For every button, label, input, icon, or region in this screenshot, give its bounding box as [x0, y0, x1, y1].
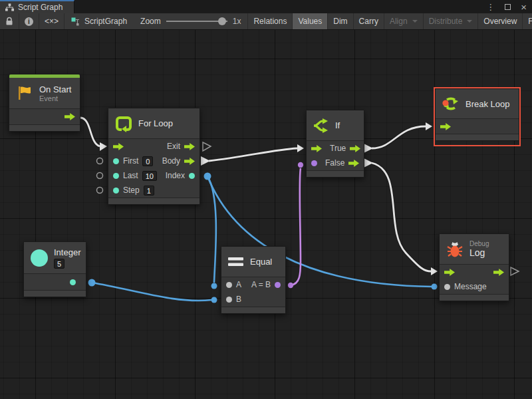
carry-button[interactable]: Carry [354, 13, 384, 29]
tab-script-graph[interactable]: Script Graph [0, 0, 74, 13]
relations-button[interactable]: Relations [248, 13, 293, 29]
node-footer [221, 307, 285, 313]
node-equal[interactable]: Equal A A = B B [221, 246, 286, 314]
arrowhead-into-if [297, 144, 304, 152]
port-label-last: Last [123, 171, 138, 180]
maximize-icon[interactable] [505, 4, 511, 10]
index-output-port[interactable] [204, 173, 211, 180]
port-label-message: Message [454, 282, 487, 291]
body-port[interactable] [184, 158, 195, 165]
first-value-field[interactable]: 0 [142, 156, 153, 166]
graph-breadcrumb[interactable]: ScriptGraph [65, 13, 134, 29]
node-title: Log [469, 247, 489, 258]
window-controls: ⋮ × [486, 0, 527, 13]
node-title: If [335, 120, 340, 130]
false-port[interactable] [348, 160, 359, 167]
zoom-label: Zoom [140, 17, 161, 26]
if-condition-cap [298, 162, 303, 168]
equal-result-cap [288, 283, 293, 288]
bug-icon [446, 241, 464, 258]
port-label-true: True [330, 144, 346, 153]
align-button: Align [384, 13, 424, 29]
zoom-slider-handle[interactable] [218, 17, 226, 25]
debuglog-out-unconnected-triangle[interactable] [511, 267, 519, 275]
port-label-result: A = B [251, 280, 271, 289]
integer-output-port[interactable] [70, 279, 76, 285]
distribute-label: Distribute [429, 17, 463, 26]
flow-in-port[interactable] [444, 269, 455, 276]
node-title: Break Loop [466, 99, 510, 109]
wire-body-to-if[interactable] [209, 148, 297, 161]
node-debug-log[interactable]: Debug Log Message [439, 233, 509, 301]
node-integer[interactable]: Integer 5 [23, 241, 86, 297]
full-screen-label: Full Screen [528, 17, 532, 26]
last-unconnected-ring[interactable] [97, 173, 103, 179]
chevron-down-icon [412, 20, 418, 23]
tab-bar: Script Graph ⋮ × [0, 0, 532, 13]
wire-equal-to-if-condition[interactable] [291, 168, 301, 285]
b-port[interactable] [226, 297, 232, 303]
info-icon: i [25, 17, 33, 26]
node-if[interactable]: If True False [306, 110, 364, 178]
chevron-down-icon [467, 20, 472, 23]
node-category: Debug [469, 240, 489, 247]
node-footer [307, 170, 364, 177]
body-output-triangle[interactable] [201, 156, 210, 166]
exit-unconnected-triangle[interactable] [203, 142, 211, 151]
dim-button[interactable]: Dim [328, 13, 353, 29]
port-label-exit: Exit [167, 142, 180, 151]
first-unconnected-ring[interactable] [97, 158, 103, 164]
flow-out-port[interactable] [65, 113, 75, 120]
port-label-body: Body [162, 156, 180, 166]
condition-port[interactable] [311, 160, 317, 166]
last-port[interactable] [113, 173, 119, 179]
index-port[interactable] [189, 173, 195, 179]
a-port[interactable] [226, 282, 232, 288]
node-title: For Loop [138, 118, 173, 128]
inspect-button[interactable]: i [19, 13, 39, 29]
wire-onstart-to-forloop[interactable] [80, 118, 100, 146]
true-output-triangle[interactable] [364, 144, 373, 153]
code-view-icon: <×> [45, 17, 59, 26]
arrowhead-into-debuglog [431, 267, 438, 275]
window-menu-icon[interactable]: ⋮ [486, 2, 495, 12]
lock-button[interactable] [0, 13, 19, 29]
branch-icon [313, 118, 329, 133]
step-unconnected-ring[interactable] [97, 188, 103, 194]
false-output-triangle[interactable] [364, 158, 373, 168]
node-footer [9, 124, 80, 131]
zoom-slider[interactable] [166, 21, 227, 22]
wire-integer-to-equal-b[interactable] [92, 283, 211, 301]
code-view-button[interactable]: <×> [39, 13, 65, 29]
step-value-field[interactable]: 1 [144, 186, 154, 196]
result-port[interactable] [275, 282, 281, 288]
flag-icon [16, 84, 33, 102]
flow-in-port[interactable] [311, 145, 322, 152]
last-value-field[interactable]: 10 [142, 171, 157, 181]
graph-canvas[interactable]: On Start Event For Loop Exit First [0, 30, 532, 399]
wire-cap-equal-a [211, 283, 217, 289]
message-port[interactable] [444, 284, 450, 290]
first-port[interactable] [113, 158, 119, 164]
relations-label: Relations [253, 17, 287, 26]
arrowhead-into-breakloop [426, 122, 432, 130]
flow-in-port[interactable] [113, 143, 124, 150]
flow-in-port[interactable] [440, 123, 451, 130]
flow-out-port[interactable] [493, 269, 504, 276]
node-break-loop[interactable]: Break Loop [435, 88, 519, 141]
integer-value-field[interactable]: 5 [54, 259, 65, 269]
wire-cap-message [432, 284, 438, 290]
node-for-loop[interactable]: For Loop Exit First 0 Body Last 10 Index… [108, 108, 200, 205]
true-port[interactable] [350, 145, 360, 152]
equals-icon [228, 257, 244, 267]
close-icon[interactable]: × [521, 1, 527, 13]
full-screen-button[interactable]: Full Screen [523, 13, 532, 29]
graph-tab-icon [5, 3, 14, 11]
overview-button[interactable]: Overview [478, 13, 523, 29]
step-port[interactable] [113, 188, 119, 194]
exit-port[interactable] [184, 143, 195, 150]
wire-false-to-debuglog[interactable] [372, 163, 431, 271]
node-on-start[interactable]: On Start Event [9, 74, 80, 132]
values-button[interactable]: Values [293, 13, 328, 29]
arrowhead-into-forloop [100, 142, 107, 151]
